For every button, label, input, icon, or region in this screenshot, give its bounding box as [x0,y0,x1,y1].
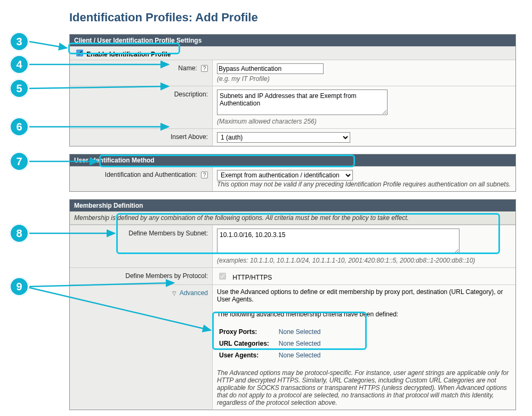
callout-badge-5: 5 [10,79,29,98]
description-textarea[interactable]: Subnets and IP Addresses that are Exempt… [217,89,388,115]
help-icon[interactable]: ? [201,65,208,72]
insert-above-label: Insert Above: [70,129,213,146]
insert-above-select[interactable]: 1 (auth) [217,132,350,143]
advanced-toggle[interactable]: ▽ Advanced [70,285,213,410]
user-agents-label: User Agents: [218,350,277,361]
enable-profile-checkbox[interactable] [76,50,83,56]
name-label: Name: ? [70,60,213,86]
method-section: User Identification Method Identificatio… [69,154,516,192]
method-header: User Identification Method [70,154,515,166]
enable-profile-label: Enable Identification Profile [86,51,171,58]
settings-section: Client / User Identification Profile Set… [69,34,516,146]
url-categories-value[interactable]: None Selected [278,338,328,349]
advanced-text1: Use the Advanced options to define or ed… [217,288,511,303]
table-row: User Agents: None Selected [218,350,328,361]
protocol-value: HTTP/HTTPS [232,274,272,281]
svg-line-0 [29,42,67,48]
help-icon[interactable]: ? [201,172,208,178]
description-hint: (Maximum allowed characters 256) [217,118,511,125]
enable-row: Enable Identification Profile [70,46,515,60]
name-hint: (e.g. my IT Profile) [217,75,511,83]
callout-badge-6: 6 [10,117,29,136]
subnet-textarea[interactable]: 10.1.0.0/16, 10.20.3.15 [217,229,460,254]
id-auth-hint: This option may not be valid if any prec… [217,181,511,188]
advanced-footer: The Advanced options may be protocol-spe… [217,369,511,406]
membership-header: Membership Definition [70,200,515,211]
callout-badge-3: 3 [10,32,29,51]
protocol-label: Define Members by Protocol: [70,268,213,284]
chevron-down-icon: ▽ [172,290,176,296]
membership-section: Membership Definition Membership is defi… [69,199,516,410]
table-row: Proxy Ports: None Selected [218,327,328,337]
page-title: Identification Profiles: Add Profile [69,11,516,25]
advanced-criteria-table: Proxy Ports: None Selected URL Categorie… [217,325,329,362]
user-agents-value[interactable]: None Selected [278,350,328,361]
callout-badge-8: 8 [10,224,29,243]
id-auth-label: Identification and Authentication: ? [70,167,213,191]
description-label: Description: [70,86,213,128]
settings-header: Client / User Identification Profile Set… [70,35,515,46]
table-row: URL Categories: None Selected [218,338,328,349]
protocol-checkbox [219,273,226,280]
callout-badge-7: 7 [10,152,29,171]
subnet-label: Define Members by Subnet: [70,225,213,267]
url-categories-label: URL Categories: [218,338,277,349]
callout-badge-9: 9 [10,277,29,296]
callout-badge-4: 4 [10,55,29,74]
membership-info: Membership is defined by any combination… [70,211,515,225]
proxy-ports-label: Proxy Ports: [218,327,277,337]
advanced-text2: The following advanced membership criter… [217,311,511,318]
id-auth-select[interactable]: Exempt from authentication / identificat… [217,170,353,181]
subnet-hint: (examples: 10.1.1.0, 10.1.1.0/24, 10.1.1… [217,257,511,264]
proxy-ports-value[interactable]: None Selected [278,327,328,337]
name-input[interactable] [217,63,324,74]
